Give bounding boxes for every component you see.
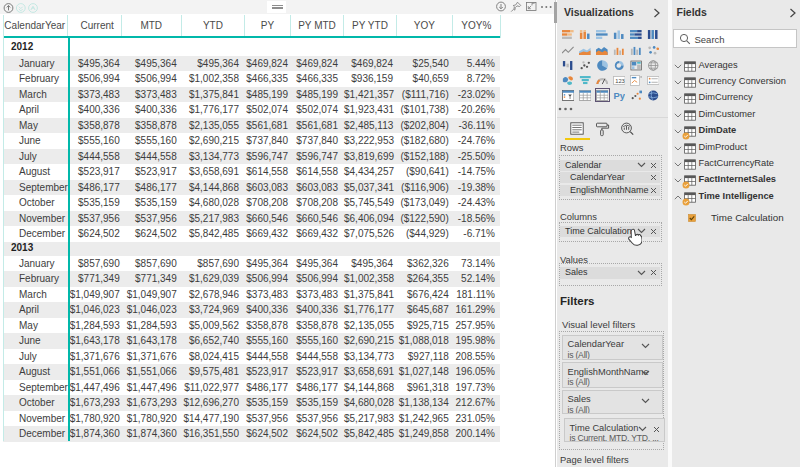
svg-text:123: 123 bbox=[615, 78, 625, 84]
svg-text:Py: Py bbox=[613, 91, 625, 101]
